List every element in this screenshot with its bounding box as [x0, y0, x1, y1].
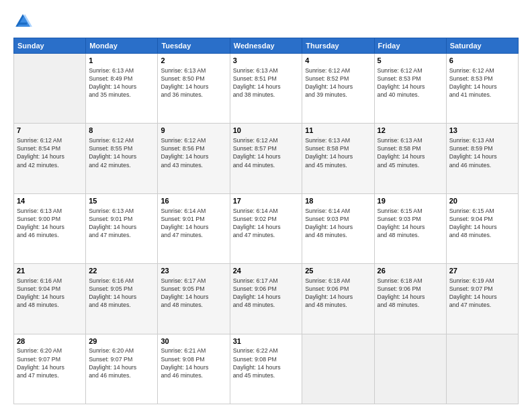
day-info: Sunrise: 6:12 AM Sunset: 8:56 PM Dayligh…: [161, 136, 226, 169]
day-number: 4: [305, 56, 371, 66]
day-number: 12: [378, 126, 443, 136]
day-number: 6: [449, 56, 515, 66]
week-row-1: 7Sunrise: 6:12 AM Sunset: 8:54 PM Daylig…: [14, 124, 519, 193]
day-number: 2: [161, 56, 226, 66]
day-info: Sunrise: 6:20 AM Sunset: 9:07 PM Dayligh…: [89, 347, 154, 379]
day-info: Sunrise: 6:16 AM Sunset: 9:04 PM Dayligh…: [17, 277, 83, 310]
calendar-cell: 15Sunrise: 6:13 AM Sunset: 9:01 PM Dayli…: [86, 193, 158, 263]
day-number: 26: [378, 266, 443, 276]
calendar-cell: 17Sunrise: 6:14 AM Sunset: 9:02 PM Dayli…: [230, 193, 302, 263]
day-info: Sunrise: 6:13 AM Sunset: 8:50 PM Dayligh…: [161, 66, 226, 99]
calendar-cell: 27Sunrise: 6:19 AM Sunset: 9:07 PM Dayli…: [446, 264, 518, 334]
day-info: Sunrise: 6:14 AM Sunset: 9:02 PM Dayligh…: [233, 207, 300, 240]
day-info: Sunrise: 6:16 AM Sunset: 9:05 PM Dayligh…: [89, 277, 154, 310]
day-info: Sunrise: 6:13 AM Sunset: 8:59 PM Dayligh…: [449, 136, 515, 169]
day-number: 24: [233, 266, 300, 276]
day-info: Sunrise: 6:13 AM Sunset: 9:00 PM Dayligh…: [17, 207, 83, 240]
day-info: Sunrise: 6:12 AM Sunset: 8:53 PM Dayligh…: [449, 66, 515, 99]
day-number: 9: [161, 126, 226, 136]
calendar-cell: 16Sunrise: 6:14 AM Sunset: 9:01 PM Dayli…: [158, 193, 230, 263]
calendar-table: SundayMondayTuesdayWednesdayThursdayFrid…: [13, 38, 519, 404]
day-info: Sunrise: 6:20 AM Sunset: 9:07 PM Dayligh…: [17, 347, 83, 379]
calendar-cell: 19Sunrise: 6:15 AM Sunset: 9:03 PM Dayli…: [374, 193, 446, 263]
calendar-cell: 7Sunrise: 6:12 AM Sunset: 8:54 PM Daylig…: [14, 124, 86, 193]
calendar-cell: 29Sunrise: 6:20 AM Sunset: 9:07 PM Dayli…: [86, 334, 158, 404]
calendar-cell: 21Sunrise: 6:16 AM Sunset: 9:04 PM Dayli…: [14, 264, 86, 334]
day-number: 8: [89, 126, 154, 136]
calendar-cell: 31Sunrise: 6:22 AM Sunset: 9:08 PM Dayli…: [230, 334, 302, 404]
calendar-cell: 2Sunrise: 6:13 AM Sunset: 8:50 PM Daylig…: [158, 54, 230, 124]
calendar-cell: 23Sunrise: 6:17 AM Sunset: 9:05 PM Dayli…: [158, 264, 230, 334]
page: SundayMondayTuesdayWednesdayThursdayFrid…: [0, 0, 532, 411]
calendar-cell: 25Sunrise: 6:18 AM Sunset: 9:06 PM Dayli…: [302, 264, 374, 334]
calendar-cell: 22Sunrise: 6:16 AM Sunset: 9:05 PM Dayli…: [86, 264, 158, 334]
day-info: Sunrise: 6:15 AM Sunset: 9:04 PM Dayligh…: [449, 207, 515, 240]
day-number: 19: [378, 196, 443, 206]
calendar-cell: 3Sunrise: 6:13 AM Sunset: 8:51 PM Daylig…: [230, 54, 302, 124]
calendar-cell: 9Sunrise: 6:12 AM Sunset: 8:56 PM Daylig…: [158, 124, 230, 193]
day-info: Sunrise: 6:13 AM Sunset: 8:49 PM Dayligh…: [89, 66, 154, 99]
week-row-4: 28Sunrise: 6:20 AM Sunset: 9:07 PM Dayli…: [14, 334, 519, 404]
day-number: 17: [233, 196, 300, 206]
calendar-cell: [14, 54, 86, 124]
day-info: Sunrise: 6:15 AM Sunset: 9:03 PM Dayligh…: [378, 207, 443, 240]
calendar-cell: 30Sunrise: 6:21 AM Sunset: 9:08 PM Dayli…: [158, 334, 230, 404]
svg-rect-2: [19, 23, 27, 25]
day-info: Sunrise: 6:13 AM Sunset: 9:01 PM Dayligh…: [89, 207, 154, 240]
weekday-header-thursday: Thursday: [302, 38, 374, 54]
day-number: 18: [305, 196, 371, 206]
week-row-2: 14Sunrise: 6:13 AM Sunset: 9:00 PM Dayli…: [14, 193, 519, 263]
calendar-cell: 8Sunrise: 6:12 AM Sunset: 8:55 PM Daylig…: [86, 124, 158, 193]
week-row-3: 21Sunrise: 6:16 AM Sunset: 9:04 PM Dayli…: [14, 264, 519, 334]
calendar-cell: 26Sunrise: 6:18 AM Sunset: 9:06 PM Dayli…: [374, 264, 446, 334]
day-number: 7: [17, 126, 83, 136]
week-row-0: 1Sunrise: 6:13 AM Sunset: 8:49 PM Daylig…: [14, 54, 519, 124]
calendar-cell: 12Sunrise: 6:13 AM Sunset: 8:58 PM Dayli…: [374, 124, 446, 193]
logo: [13, 12, 35, 31]
day-number: 3: [233, 56, 300, 66]
day-info: Sunrise: 6:18 AM Sunset: 9:06 PM Dayligh…: [305, 277, 371, 310]
weekday-row: SundayMondayTuesdayWednesdayThursdayFrid…: [14, 38, 519, 54]
calendar-cell: 13Sunrise: 6:13 AM Sunset: 8:59 PM Dayli…: [446, 124, 518, 193]
calendar-cell: 14Sunrise: 6:13 AM Sunset: 9:00 PM Dayli…: [14, 193, 86, 263]
day-info: Sunrise: 6:12 AM Sunset: 8:55 PM Dayligh…: [89, 136, 154, 169]
day-number: 1: [89, 56, 154, 66]
day-number: 31: [233, 336, 300, 347]
calendar-cell: [302, 334, 374, 404]
calendar-cell: [446, 334, 518, 404]
calendar-cell: 1Sunrise: 6:13 AM Sunset: 8:49 PM Daylig…: [86, 54, 158, 124]
day-number: 30: [161, 336, 226, 347]
calendar-cell: 20Sunrise: 6:15 AM Sunset: 9:04 PM Dayli…: [446, 193, 518, 263]
day-number: 14: [17, 196, 83, 206]
day-info: Sunrise: 6:17 AM Sunset: 9:05 PM Dayligh…: [161, 277, 226, 310]
calendar-header: SundayMondayTuesdayWednesdayThursdayFrid…: [14, 38, 519, 54]
day-number: 28: [17, 336, 83, 347]
calendar-cell: [374, 334, 446, 404]
day-info: Sunrise: 6:21 AM Sunset: 9:08 PM Dayligh…: [161, 347, 226, 379]
weekday-header-friday: Friday: [374, 38, 446, 54]
day-info: Sunrise: 6:22 AM Sunset: 9:08 PM Dayligh…: [233, 347, 300, 379]
logo-icon: [13, 12, 32, 31]
day-number: 22: [89, 266, 154, 276]
weekday-header-tuesday: Tuesday: [158, 38, 230, 54]
day-info: Sunrise: 6:17 AM Sunset: 9:06 PM Dayligh…: [233, 277, 300, 310]
calendar-cell: 6Sunrise: 6:12 AM Sunset: 8:53 PM Daylig…: [446, 54, 518, 124]
day-number: 10: [233, 126, 300, 136]
calendar-cell: 11Sunrise: 6:13 AM Sunset: 8:58 PM Dayli…: [302, 124, 374, 193]
day-info: Sunrise: 6:12 AM Sunset: 8:52 PM Dayligh…: [305, 66, 371, 99]
calendar-cell: 4Sunrise: 6:12 AM Sunset: 8:52 PM Daylig…: [302, 54, 374, 124]
day-number: 5: [378, 56, 443, 66]
calendar-body: 1Sunrise: 6:13 AM Sunset: 8:49 PM Daylig…: [14, 54, 519, 404]
day-number: 27: [449, 266, 515, 276]
day-number: 20: [449, 196, 515, 206]
day-number: 16: [161, 196, 226, 206]
weekday-header-wednesday: Wednesday: [230, 38, 302, 54]
weekday-header-sunday: Sunday: [14, 38, 86, 54]
day-info: Sunrise: 6:19 AM Sunset: 9:07 PM Dayligh…: [449, 277, 515, 310]
day-number: 15: [89, 196, 154, 206]
calendar-cell: 18Sunrise: 6:14 AM Sunset: 9:03 PM Dayli…: [302, 193, 374, 263]
day-info: Sunrise: 6:13 AM Sunset: 8:51 PM Dayligh…: [233, 66, 300, 99]
weekday-header-saturday: Saturday: [446, 38, 518, 54]
day-number: 21: [17, 266, 83, 276]
day-info: Sunrise: 6:14 AM Sunset: 9:01 PM Dayligh…: [161, 207, 226, 240]
